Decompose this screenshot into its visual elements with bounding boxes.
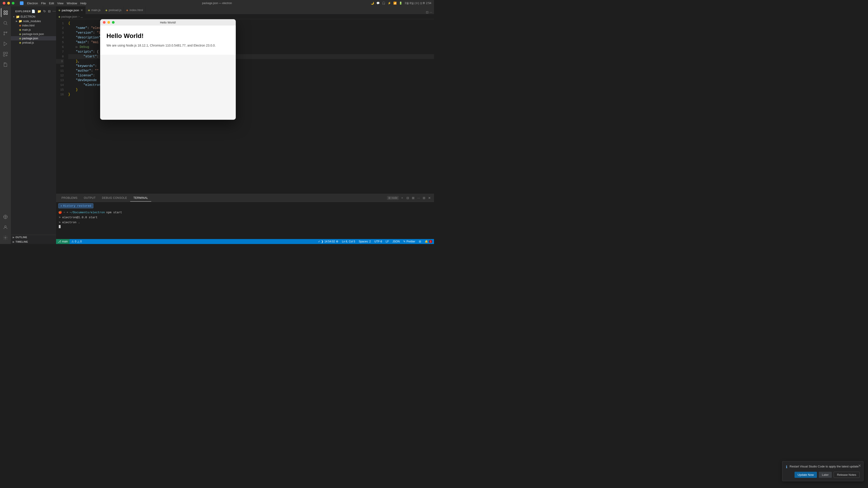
terminal-content[interactable]: ✦ History restored 🍎 ➜ ➜ ~/Documents/ele… bbox=[56, 202, 434, 239]
add-terminal-icon[interactable]: ＋ bbox=[400, 195, 405, 200]
split-terminal-icon[interactable]: ⊟ bbox=[405, 196, 410, 200]
status-icons: 🌙 💬 🎧 ⚡ 📶 🔋 3월 8일 (수) 오후 2:54 bbox=[371, 1, 431, 5]
timeline-section[interactable]: ▶ TIMELINE bbox=[11, 239, 56, 244]
root-folder[interactable]: ▼ 📁 ELECTRON bbox=[11, 14, 56, 19]
run-debug-activity-icon[interactable] bbox=[1, 39, 10, 48]
root-chevron: ▼ bbox=[13, 15, 15, 18]
notification-icon[interactable]: 🌙 bbox=[371, 2, 374, 5]
breadcrumb-current[interactable]: ... bbox=[81, 15, 83, 18]
electron-overlay-window[interactable]: Hello World! Hello World! We are using N… bbox=[100, 19, 236, 120]
more-icon[interactable]: ··· bbox=[52, 9, 56, 13]
split-editor-icon[interactable]: ⊡ bbox=[426, 10, 429, 14]
electron-close-btn[interactable] bbox=[103, 21, 105, 24]
testing-activity-icon[interactable] bbox=[1, 60, 10, 69]
status-formatter[interactable]: ✎ Prettier bbox=[401, 239, 417, 244]
status-language[interactable]: JSON bbox=[391, 239, 401, 244]
electron-minimize-btn[interactable] bbox=[107, 21, 110, 24]
kill-terminal-icon[interactable]: ⊠ bbox=[411, 196, 415, 200]
new-folder-icon[interactable]: 📁 bbox=[37, 9, 42, 13]
sidebar-item-preload[interactable]: ◈ preload.js bbox=[11, 40, 56, 45]
tab-output[interactable]: OUTPUT bbox=[81, 195, 99, 201]
tab-preload-icon: ◈ bbox=[105, 8, 107, 12]
explorer-activity-icon[interactable] bbox=[1, 8, 10, 17]
new-file-icon[interactable]: 📄 bbox=[31, 9, 36, 13]
status-spaces[interactable]: Spaces: 2 bbox=[357, 239, 373, 244]
formatter-icon: ✎ bbox=[403, 240, 405, 243]
refresh-icon[interactable]: ↻ bbox=[43, 9, 46, 13]
output-line-1: > electron@1.0.0 start bbox=[58, 215, 98, 220]
sidebar-header-icons[interactable]: 📄 📁 ↻ ⊟ ··· bbox=[31, 9, 56, 13]
electron-titlebar: Hello World! bbox=[100, 19, 236, 26]
check-icon: ✓ bbox=[318, 240, 320, 243]
terminal-cursor bbox=[59, 225, 61, 228]
sidebar-item-package-lock[interactable]: ◈ package-lock.json bbox=[11, 32, 56, 36]
electron-window-buttons[interactable] bbox=[103, 21, 115, 24]
minimize-button[interactable] bbox=[7, 2, 10, 4]
source-control-activity-icon[interactable] bbox=[1, 29, 10, 38]
remote-activity-icon[interactable] bbox=[1, 213, 10, 221]
account-activity-icon[interactable] bbox=[1, 223, 10, 232]
sidebar-item-node-modules[interactable]: ▶ 📁 node_modules bbox=[11, 19, 56, 23]
tab-debug-console[interactable]: DEBUG CONSOLE bbox=[99, 195, 130, 201]
main-js-label: main.js bbox=[22, 28, 31, 31]
activity-bar-bottom bbox=[1, 213, 10, 244]
json-active-file-icon: ◈ bbox=[19, 37, 21, 40]
menu-help[interactable]: Help bbox=[80, 2, 86, 5]
status-line-col[interactable]: Ln 8, Col 5 bbox=[340, 239, 357, 244]
menu-edit[interactable]: Edit bbox=[49, 2, 54, 5]
status-layout-icons[interactable]: ⊟ bbox=[417, 239, 423, 244]
gear-icon: ⚙ bbox=[336, 240, 338, 243]
main-layout: EXPLORER 📄 📁 ↻ ⊟ ··· ▼ 📁 ELECTRON ▶ 📁 no… bbox=[0, 6, 434, 244]
close-panel-icon[interactable]: ✕ bbox=[427, 196, 432, 200]
status-git[interactable]: ⎇ main bbox=[56, 239, 70, 244]
extensions-activity-icon[interactable] bbox=[1, 50, 10, 59]
mac-window-buttons[interactable] bbox=[3, 2, 14, 4]
mac-menu[interactable]: Electron File Edit View Window Help bbox=[27, 2, 86, 5]
menu-view[interactable]: View bbox=[57, 2, 64, 5]
settings-activity-icon[interactable] bbox=[1, 233, 10, 242]
collapse-icon[interactable]: ⊟ bbox=[48, 9, 51, 13]
menu-window[interactable]: Window bbox=[67, 2, 77, 5]
tab-actions[interactable]: ⊡ ··· bbox=[426, 10, 434, 14]
outline-section[interactable]: ▶ OUTLINE bbox=[11, 235, 56, 239]
battery-icon[interactable]: 🔋 bbox=[399, 2, 402, 5]
status-errors[interactable]: ⚠ 0 △ 0 bbox=[70, 239, 84, 244]
headphone-icon[interactable]: 🎧 bbox=[382, 2, 385, 5]
tab-package-json[interactable]: ◈ package.json ✕ bbox=[56, 6, 86, 14]
tab-problems[interactable]: PROBLEMS bbox=[58, 195, 81, 201]
more-terminal-icon[interactable]: ··· bbox=[416, 196, 421, 200]
tabs-bar: ◈ package.json ✕ ◈ main.js ◈ preload.js … bbox=[56, 6, 434, 14]
tab-preload-js[interactable]: ◈ preload.js bbox=[103, 6, 124, 14]
maximize-button[interactable] bbox=[12, 2, 14, 4]
breadcrumb-file[interactable]: package.json bbox=[61, 15, 77, 18]
terminal-output-2: > electron . bbox=[58, 220, 432, 225]
tab-close-icon[interactable]: ✕ bbox=[81, 8, 83, 12]
panel: PROBLEMS OUTPUT DEBUG CONSOLE TERMINAL ⊞… bbox=[56, 194, 434, 239]
status-check[interactable]: ✓ ❯ 14:54:02 ⚙ bbox=[316, 239, 340, 244]
status-encoding[interactable]: UTF-8 bbox=[373, 239, 384, 244]
status-line-ending[interactable]: LF bbox=[384, 239, 391, 244]
message-icon[interactable]: 💬 bbox=[376, 2, 380, 5]
wifi-icon[interactable]: 📶 bbox=[393, 2, 397, 5]
tab-terminal[interactable]: TERMINAL bbox=[130, 195, 151, 201]
more-actions-icon[interactable]: ··· bbox=[430, 10, 432, 14]
bluetooth-icon[interactable]: ⚡ bbox=[388, 2, 391, 5]
package-lock-label: package-lock.json bbox=[22, 33, 44, 36]
maximize-panel-icon[interactable]: ⊞ bbox=[422, 196, 426, 200]
search-activity-icon[interactable] bbox=[1, 19, 10, 28]
tab-index-html[interactable]: ◈ index.html bbox=[124, 6, 145, 14]
menu-file[interactable]: File bbox=[41, 2, 46, 5]
sidebar-item-package-json[interactable]: ◈ package.json bbox=[11, 36, 56, 40]
history-badge: ✦ History restored bbox=[58, 203, 432, 210]
tab-main-js[interactable]: ◈ main.js bbox=[86, 6, 103, 14]
menu-electron[interactable]: Electron bbox=[27, 2, 38, 5]
breadcrumb-icon: ◈ bbox=[58, 15, 60, 18]
svg-point-14 bbox=[4, 226, 6, 227]
sidebar-item-index-html[interactable]: ◈ index.html bbox=[11, 23, 56, 28]
electron-maximize-btn[interactable] bbox=[112, 21, 115, 24]
terminal-profile-icon[interactable]: ⊞ node bbox=[387, 196, 399, 200]
status-notification-bell[interactable]: 🔔 1 bbox=[423, 239, 434, 244]
tab-json-icon: ◈ bbox=[58, 8, 60, 12]
close-button[interactable] bbox=[3, 2, 5, 4]
sidebar-item-main-js[interactable]: ◈ main.js bbox=[11, 28, 56, 32]
